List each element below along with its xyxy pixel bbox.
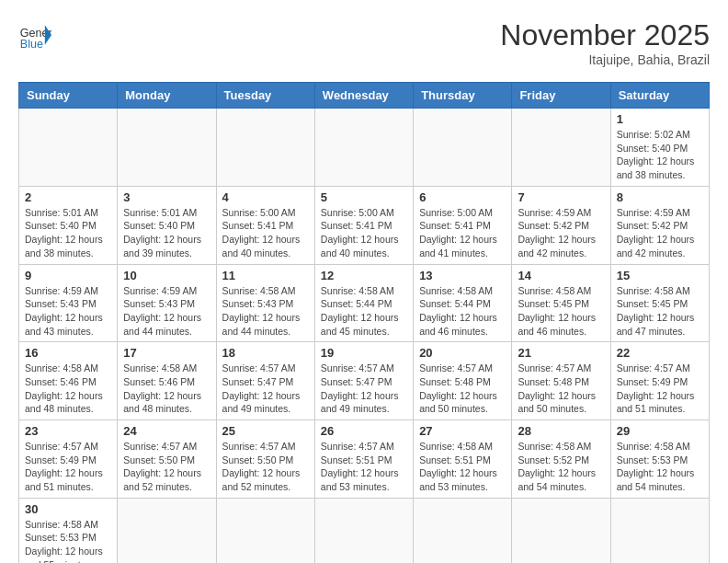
day-number: 22 (617, 346, 703, 360)
day-number: 3 (123, 190, 210, 204)
calendar-cell: 1Sunrise: 5:02 AM Sunset: 5:40 PM Daylig… (610, 109, 709, 187)
calendar-cell: 2Sunrise: 5:01 AM Sunset: 5:40 PM Daylig… (19, 186, 118, 264)
day-number: 1 (617, 112, 703, 126)
calendar-cell: 23Sunrise: 4:57 AM Sunset: 5:49 PM Dayli… (19, 420, 118, 499)
location: Itajuipe, Bahia, Brazil (500, 52, 710, 67)
calendar-cell: 25Sunrise: 4:57 AM Sunset: 5:50 PM Dayli… (216, 420, 314, 499)
day-info: Sunrise: 5:00 AM Sunset: 5:41 PM Dayligh… (321, 206, 407, 260)
day-header-thursday: Thursday (414, 83, 512, 109)
day-header-monday: Monday (118, 83, 216, 109)
calendar-cell (19, 109, 118, 187)
day-number: 16 (25, 346, 111, 360)
day-info: Sunrise: 4:59 AM Sunset: 5:43 PM Dayligh… (25, 284, 111, 339)
day-number: 27 (419, 424, 506, 438)
day-number: 5 (321, 190, 407, 204)
calendar-cell (314, 109, 413, 187)
calendar-cell: 16Sunrise: 4:58 AM Sunset: 5:46 PM Dayli… (19, 342, 118, 420)
calendar-cell: 10Sunrise: 4:59 AM Sunset: 5:43 PM Dayli… (118, 264, 216, 342)
day-header-sunday: Sunday (19, 83, 118, 109)
calendar-cell (118, 109, 216, 187)
calendar-cell: 27Sunrise: 4:58 AM Sunset: 5:51 PM Dayli… (414, 420, 512, 499)
day-number: 30 (25, 502, 111, 516)
day-info: Sunrise: 4:59 AM Sunset: 5:42 PM Dayligh… (518, 206, 604, 260)
calendar-cell: 14Sunrise: 4:58 AM Sunset: 5:45 PM Dayli… (512, 264, 610, 342)
calendar-cell: 4Sunrise: 5:00 AM Sunset: 5:41 PM Daylig… (216, 186, 314, 264)
calendar-cell: 26Sunrise: 4:57 AM Sunset: 5:51 PM Dayli… (314, 420, 413, 499)
day-info: Sunrise: 4:58 AM Sunset: 5:46 PM Dayligh… (25, 362, 111, 416)
day-number: 6 (419, 190, 506, 204)
calendar-cell: 15Sunrise: 4:58 AM Sunset: 5:45 PM Dayli… (610, 264, 709, 342)
calendar-cell (314, 498, 413, 563)
calendar-week-2: 9Sunrise: 4:59 AM Sunset: 5:43 PM Daylig… (19, 264, 710, 342)
logo-icon: General Blue (18, 18, 51, 52)
day-info: Sunrise: 5:02 AM Sunset: 5:40 PM Dayligh… (617, 128, 703, 182)
day-info: Sunrise: 4:57 AM Sunset: 5:49 PM Dayligh… (617, 362, 703, 416)
day-info: Sunrise: 4:58 AM Sunset: 5:44 PM Dayligh… (419, 284, 506, 339)
day-info: Sunrise: 4:57 AM Sunset: 5:49 PM Dayligh… (25, 440, 111, 494)
day-number: 28 (518, 424, 604, 438)
calendar-cell: 6Sunrise: 5:00 AM Sunset: 5:41 PM Daylig… (414, 186, 512, 264)
day-number: 25 (222, 424, 309, 438)
calendar-cell (216, 109, 314, 187)
day-info: Sunrise: 4:58 AM Sunset: 5:45 PM Dayligh… (518, 284, 604, 339)
day-number: 24 (123, 424, 210, 438)
day-info: Sunrise: 4:59 AM Sunset: 5:42 PM Dayligh… (617, 206, 703, 260)
day-info: Sunrise: 4:57 AM Sunset: 5:48 PM Dayligh… (518, 362, 604, 416)
day-number: 9 (25, 269, 111, 282)
calendar-cell: 3Sunrise: 5:01 AM Sunset: 5:40 PM Daylig… (118, 186, 216, 264)
day-number: 18 (222, 346, 309, 360)
calendar-cell: 20Sunrise: 4:57 AM Sunset: 5:48 PM Dayli… (414, 342, 512, 420)
calendar-cell (414, 109, 512, 187)
month-title: November 2025 (500, 18, 710, 52)
calendar-cell: 24Sunrise: 4:57 AM Sunset: 5:50 PM Dayli… (118, 420, 216, 499)
day-number: 19 (321, 346, 407, 360)
calendar-cell: 21Sunrise: 4:57 AM Sunset: 5:48 PM Dayli… (512, 342, 610, 420)
day-number: 14 (518, 269, 604, 282)
calendar-header-row: SundayMondayTuesdayWednesdayThursdayFrid… (19, 83, 710, 109)
day-number: 13 (419, 269, 506, 282)
calendar-cell: 9Sunrise: 4:59 AM Sunset: 5:43 PM Daylig… (19, 264, 118, 342)
day-info: Sunrise: 4:58 AM Sunset: 5:53 PM Dayligh… (617, 440, 703, 494)
day-info: Sunrise: 4:59 AM Sunset: 5:43 PM Dayligh… (123, 284, 210, 339)
calendar-cell (414, 498, 512, 563)
calendar-cell (216, 498, 314, 563)
calendar-cell: 13Sunrise: 4:58 AM Sunset: 5:44 PM Dayli… (414, 264, 512, 342)
calendar-cell (610, 498, 709, 563)
calendar-week-1: 2Sunrise: 5:01 AM Sunset: 5:40 PM Daylig… (19, 186, 710, 264)
day-number: 15 (617, 269, 703, 282)
day-info: Sunrise: 4:57 AM Sunset: 5:48 PM Dayligh… (419, 362, 506, 416)
calendar-cell: 19Sunrise: 4:57 AM Sunset: 5:47 PM Dayli… (314, 342, 413, 420)
day-info: Sunrise: 4:57 AM Sunset: 5:47 PM Dayligh… (321, 362, 407, 416)
day-info: Sunrise: 5:01 AM Sunset: 5:40 PM Dayligh… (123, 206, 210, 260)
day-info: Sunrise: 4:58 AM Sunset: 5:51 PM Dayligh… (419, 440, 506, 494)
day-info: Sunrise: 4:57 AM Sunset: 5:50 PM Dayligh… (123, 440, 210, 494)
calendar-week-3: 16Sunrise: 4:58 AM Sunset: 5:46 PM Dayli… (19, 342, 710, 420)
calendar-cell: 22Sunrise: 4:57 AM Sunset: 5:49 PM Dayli… (610, 342, 709, 420)
day-number: 21 (518, 346, 604, 360)
day-info: Sunrise: 4:58 AM Sunset: 5:44 PM Dayligh… (321, 284, 407, 339)
day-header-tuesday: Tuesday (216, 83, 314, 109)
day-header-friday: Friday (512, 83, 610, 109)
calendar-cell: 11Sunrise: 4:58 AM Sunset: 5:43 PM Dayli… (216, 264, 314, 342)
calendar-body: 1Sunrise: 5:02 AM Sunset: 5:40 PM Daylig… (19, 109, 710, 564)
calendar-cell: 7Sunrise: 4:59 AM Sunset: 5:42 PM Daylig… (512, 186, 610, 264)
calendar-cell: 30Sunrise: 4:58 AM Sunset: 5:53 PM Dayli… (19, 498, 118, 563)
calendar-cell (512, 109, 610, 187)
day-info: Sunrise: 5:00 AM Sunset: 5:41 PM Dayligh… (222, 206, 309, 260)
day-info: Sunrise: 4:58 AM Sunset: 5:52 PM Dayligh… (518, 440, 604, 494)
calendar-cell (118, 498, 216, 563)
day-number: 11 (222, 269, 309, 282)
day-info: Sunrise: 5:01 AM Sunset: 5:40 PM Dayligh… (25, 206, 111, 260)
title-area: November 2025 Itajuipe, Bahia, Brazil (500, 18, 710, 67)
day-number: 12 (321, 269, 407, 282)
calendar-week-4: 23Sunrise: 4:57 AM Sunset: 5:49 PM Dayli… (19, 420, 710, 499)
day-info: Sunrise: 4:58 AM Sunset: 5:43 PM Dayligh… (222, 284, 309, 339)
calendar-cell: 28Sunrise: 4:58 AM Sunset: 5:52 PM Dayli… (512, 420, 610, 499)
day-header-saturday: Saturday (610, 83, 709, 109)
day-info: Sunrise: 5:00 AM Sunset: 5:41 PM Dayligh… (419, 206, 506, 260)
calendar: SundayMondayTuesdayWednesdayThursdayFrid… (18, 82, 710, 563)
calendar-cell (512, 498, 610, 563)
day-info: Sunrise: 4:57 AM Sunset: 5:51 PM Dayligh… (321, 440, 407, 494)
day-number: 4 (222, 190, 309, 204)
header: General Blue November 2025 Itajuipe, Bah… (18, 18, 710, 67)
